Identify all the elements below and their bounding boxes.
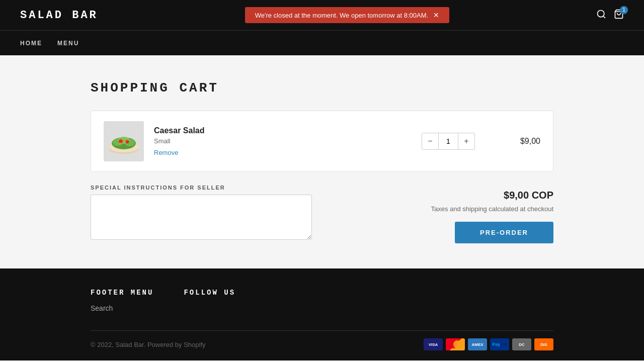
svg-rect-12 [119,143,121,145]
notification-area: We're closed at the moment. We open tomo… [98,7,596,23]
cart-item-remove-link[interactable]: Remove [154,149,178,156]
footer-follow-title: FOLLOW US [184,289,235,297]
cart-bottom-section: SPECIAL INSTRUCTIONS FOR SELLER $9,00 CO… [91,185,553,243]
footer-menu-title: FOOTER MENU [91,289,153,297]
quantity-decrease-button[interactable]: − [422,133,438,149]
quantity-input[interactable] [438,133,458,149]
svg-point-14 [453,340,461,348]
order-taxes: Taxes and shipping calculated at checkou… [431,205,553,213]
page-title: SHOPPING CART [91,80,553,96]
footer-link-search[interactable]: Search [91,304,153,312]
instructions-textarea[interactable] [91,195,312,240]
cart-icon[interactable]: 1 [614,9,624,22]
footer-menu-col: FOOTER MENU Search [91,289,153,315]
mastercard-icon [446,338,465,350]
header: SALAD BAR We're closed at the moment. We… [0,0,644,30]
order-total: $9,00 COP [504,190,553,201]
nav-item-menu[interactable]: MENU [57,37,79,49]
search-icon[interactable] [596,9,606,22]
cart-item-price: $9,00 [500,137,540,146]
preorder-button[interactable]: PRE-ORDER [455,222,553,243]
header-icons: 1 [596,9,624,22]
instructions-section: SPECIAL INSTRUCTIONS FOR SELLER [91,185,312,243]
paypal-icon: PayPal [490,338,509,350]
order-summary: $9,00 COP Taxes and shipping calculated … [332,185,553,243]
cart-badge: 1 [620,6,628,14]
quantity-increase-button[interactable]: + [458,133,474,149]
main-nav: HOME MENU [0,30,644,55]
main-content: SHOPPING CART Cae [0,55,644,268]
footer-follow-col: FOLLOW US [184,289,235,315]
svg-rect-11 [123,139,126,142]
cart-item-image [104,121,144,161]
amex-icon: AMEX [468,338,487,350]
visa-icon: VISA [424,338,443,350]
footer-copyright: © 2022, Salad Bar. Powered by Shopify [91,341,206,348]
notification-text: We're closed at the moment. We open tomo… [255,12,429,19]
cart-item-card: Caesar Salad Small Remove − + $9,00 [91,111,553,172]
logo[interactable]: SALAD BAR [20,9,98,22]
cart-item-info: Caesar Salad Small Remove [154,126,412,157]
nav-item-home[interactable]: HOME [20,37,42,49]
footer: FOOTER MENU Search FOLLOW US © 2022, Sal… [0,268,644,360]
svg-point-10 [126,140,129,144]
svg-line-1 [603,16,605,18]
discover-icon: DIS [534,338,553,350]
footer-bottom: © 2022, Salad Bar. Powered by Shopify VI… [91,330,553,350]
instructions-label: SPECIAL INSTRUCTIONS FOR SELLER [91,185,312,191]
cart-item-name: Caesar Salad [154,126,412,135]
notification-bar: We're closed at the moment. We open tomo… [245,7,450,23]
svg-point-9 [119,139,123,143]
quantity-control: − + [422,133,475,150]
diners-icon: DC [512,338,531,350]
notification-close-button[interactable]: ✕ [433,11,439,19]
cart-item-variant: Small [154,137,412,145]
payment-icons: VISA AMEX PayPal DC DIS [424,338,553,350]
footer-top: FOOTER MENU Search FOLLOW US [91,289,553,315]
